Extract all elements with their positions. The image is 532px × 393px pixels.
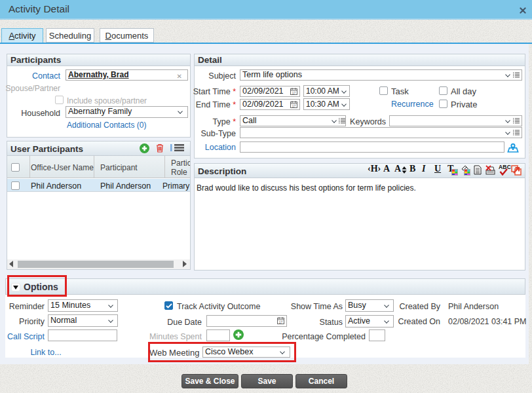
svg-text:17: 17: [292, 104, 296, 108]
svg-text:17: 17: [292, 91, 296, 95]
